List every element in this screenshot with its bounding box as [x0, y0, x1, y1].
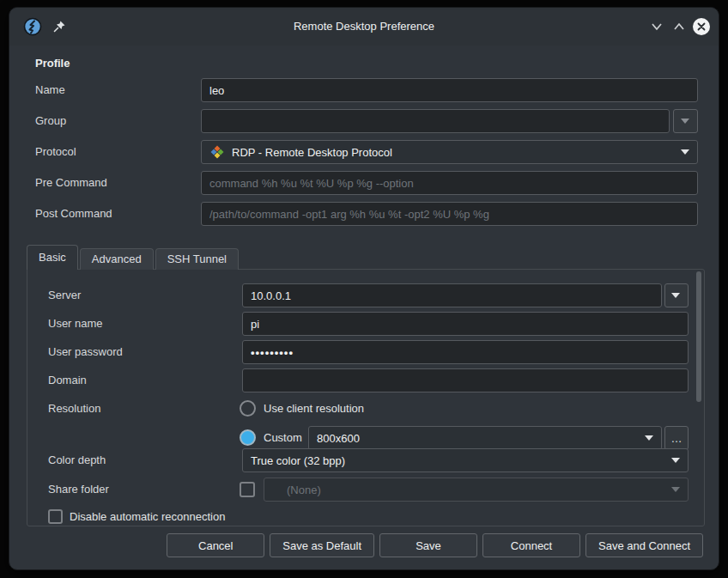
server-input[interactable] — [242, 283, 662, 307]
user-name-input[interactable] — [242, 312, 689, 336]
chevron-down-icon — [671, 293, 680, 298]
remote-desktop-preference-dialog: Remote Desktop Preference Profile Name G… — [9, 7, 719, 570]
dialog-button-row: Cancel Save as Default Save Connect Save… — [167, 533, 703, 557]
name-input[interactable] — [201, 78, 698, 102]
server-label: Server — [48, 283, 81, 307]
server-dropdown-button[interactable] — [664, 283, 689, 307]
chevron-down-icon — [681, 119, 689, 124]
titlebar[interactable]: Remote Desktop Preference — [9, 8, 719, 46]
maximize-button-chevron-up-icon[interactable] — [672, 21, 686, 32]
disable-auto-reconnect-label: Disable automatic reconnection — [70, 509, 225, 524]
close-button-x-icon[interactable] — [693, 18, 710, 35]
share-folder-checkbox[interactable] — [240, 482, 255, 497]
color-depth-select[interactable]: True color (32 bpp) — [242, 448, 689, 472]
connect-button[interactable]: Connect — [482, 533, 580, 557]
color-depth-label: Color depth — [48, 448, 106, 472]
save-as-default-button[interactable]: Save as Default — [270, 533, 374, 557]
use-client-resolution-label: Use client resolution — [264, 397, 364, 421]
domain-label: Domain — [48, 368, 87, 392]
user-password-input[interactable] — [242, 340, 689, 364]
minimize-button-chevron-down-icon[interactable] — [650, 21, 664, 32]
resolution-label: Resolution — [48, 397, 100, 421]
cancel-button[interactable]: Cancel — [167, 533, 264, 557]
pre-command-label: Pre Command — [35, 171, 107, 195]
radio-use-client-resolution[interactable] — [240, 400, 256, 417]
chevron-down-icon — [671, 487, 680, 492]
radio-custom-resolution[interactable] — [240, 429, 256, 446]
disable-auto-reconnect-checkbox[interactable] — [48, 509, 63, 524]
chevron-down-icon — [681, 149, 689, 155]
name-label: Name — [35, 78, 65, 102]
protocol-label: Protocol — [35, 140, 76, 164]
share-folder-label: Share folder — [48, 478, 109, 502]
post-command-input[interactable] — [201, 202, 698, 226]
tab-bar: Basic Advanced SSH Tunnel — [27, 245, 240, 270]
save-button[interactable]: Save — [379, 533, 477, 557]
rdp-protocol-icon — [209, 144, 225, 160]
domain-input[interactable] — [242, 368, 689, 392]
user-name-label: User name — [48, 312, 103, 336]
group-dropdown-button[interactable] — [673, 109, 698, 133]
save-and-connect-button[interactable]: Save and Connect — [585, 533, 703, 557]
color-depth-value: True color (32 bpp) — [251, 454, 345, 467]
custom-resolution-select[interactable]: 800x600 — [308, 426, 662, 450]
user-password-label: User password — [48, 340, 123, 364]
share-folder-value: (None) — [287, 484, 321, 496]
protocol-value: RDP - Remote Desktop Protocol — [232, 146, 392, 159]
chevron-down-icon — [671, 458, 680, 463]
post-command-label: Post Command — [35, 202, 112, 226]
resolution-more-button[interactable]: … — [664, 426, 689, 450]
tab-advanced[interactable]: Advanced — [80, 248, 154, 270]
custom-resolution-value: 800x600 — [317, 432, 360, 445]
pre-command-input[interactable] — [201, 171, 698, 195]
protocol-select[interactable]: RDP - Remote Desktop Protocol — [201, 140, 698, 164]
profile-section-title: Profile — [35, 57, 70, 70]
tab-basic[interactable]: Basic — [27, 245, 78, 270]
group-label: Group — [35, 109, 66, 133]
vertical-scrollbar-thumb[interactable] — [696, 271, 701, 402]
tab-ssh-tunnel[interactable]: SSH Tunnel — [155, 248, 239, 270]
custom-resolution-label: Custom — [264, 426, 302, 450]
chevron-down-icon — [645, 435, 653, 441]
window-title: Remote Desktop Preference — [9, 8, 719, 46]
group-input[interactable] — [201, 109, 670, 133]
share-folder-select[interactable]: (None) — [264, 478, 689, 502]
